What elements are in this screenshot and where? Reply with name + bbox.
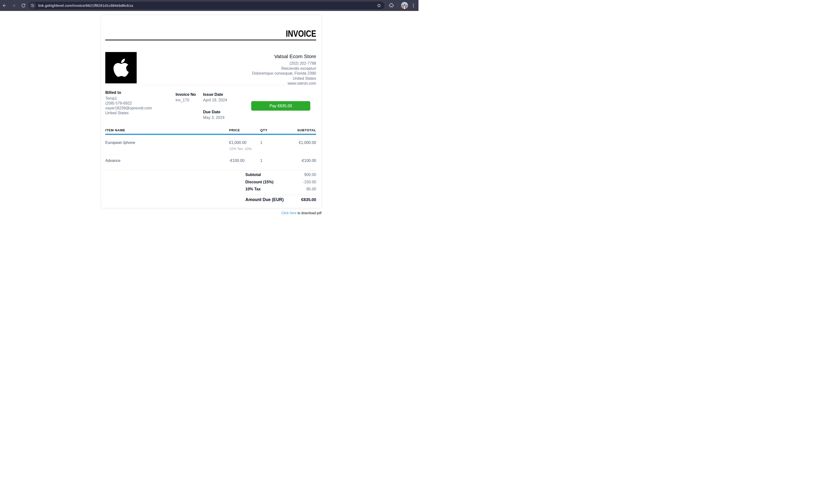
invoice-number-value: inv_170 — [176, 98, 196, 102]
company-address-line1: Reiciendis excepturi — [252, 66, 316, 71]
profile-avatar[interactable] — [401, 2, 408, 9]
header-price: PRICE — [229, 128, 240, 132]
url-bar[interactable]: link.gohighlevel.com/invoice/6621ff8281d… — [29, 2, 385, 9]
header-item-name: ITEM NAME — [105, 128, 125, 132]
table-header-rule — [105, 134, 316, 135]
download-pdf-line: Click here to download pdf — [281, 211, 321, 215]
billed-to-name: Temp1 — [105, 96, 152, 101]
due-date-value: May 3, 2024 — [203, 115, 225, 120]
download-pdf-text: to download pdf — [297, 211, 321, 215]
avatar-photo — [401, 2, 408, 9]
company-name: Vatsal Ecom Store — [252, 53, 316, 59]
discount-value: -150.00 — [303, 180, 316, 184]
company-website: www.vatron.com — [252, 81, 316, 86]
star-icon — [377, 3, 381, 8]
issue-date-label: Issue Date — [203, 92, 227, 97]
issue-date-value: April 19, 2024 — [203, 98, 227, 102]
subtotal-value: 900.00 — [304, 173, 316, 177]
browser-toolbar: link.gohighlevel.com/invoice/6621ff8281d… — [0, 0, 418, 11]
issue-date-block: Issue Date April 19, 2024 — [203, 92, 227, 102]
back-arrow-icon — [2, 3, 7, 8]
totals-row: Subtotal 900.00 — [245, 173, 316, 177]
tax-value: 85.00 — [306, 187, 316, 191]
table-bottom-divider — [105, 170, 316, 171]
totals-block: Subtotal 900.00 Discount (15%) -150.00 1… — [245, 173, 316, 205]
item-subtotal: -€100.00 — [301, 159, 316, 163]
invoice-number-block: Invoice No inv_170 — [176, 92, 196, 102]
puzzle-icon — [389, 3, 394, 8]
back-button[interactable] — [0, 2, 8, 9]
download-pdf-link[interactable]: Click here — [281, 211, 297, 215]
site-settings-button[interactable] — [30, 2, 36, 9]
totals-row: 10% Tax 85.00 — [245, 187, 316, 191]
section-divider — [105, 85, 316, 85]
billed-to-block: Billed to Temp1 (208) 579-6922 vayer1823… — [105, 90, 152, 115]
reload-icon — [21, 3, 26, 8]
browser-window: link.gohighlevel.com/invoice/6621ff8281d… — [0, 0, 418, 252]
billed-to-country: United States — [105, 111, 152, 115]
billed-to-email: vayer18239@oprevolt.com — [105, 106, 152, 111]
company-logo — [105, 52, 137, 84]
item-price: €1,000.00 — [229, 141, 246, 145]
pay-button[interactable]: Pay €835.00 — [251, 101, 310, 111]
company-info: Vatsal Ecom Store (202) 202-7788 Reicien… — [252, 53, 316, 86]
item-subtotal: €1,000.00 — [299, 141, 316, 145]
item-qty: 1 — [260, 159, 262, 163]
company-phone: (202) 202-7788 — [252, 61, 316, 66]
amount-due-row: Amount Due (EUR) €835.00 — [245, 197, 316, 202]
item-qty: 1 — [260, 141, 262, 145]
due-date-block: Due Date May 3, 2024 — [203, 110, 225, 120]
bookmark-button[interactable] — [376, 2, 382, 8]
item-name: European Iphone — [105, 141, 135, 145]
item-name: Advance — [105, 159, 120, 163]
due-date-label: Due Date — [203, 110, 225, 114]
title-rule — [105, 40, 316, 40]
discount-label: Discount (15%) — [245, 180, 273, 184]
three-dot-menu-icon — [411, 3, 416, 8]
amount-due-label: Amount Due (EUR) — [245, 197, 284, 202]
forward-button[interactable] — [10, 2, 18, 9]
amount-due-value: €835.00 — [301, 197, 316, 202]
billed-to-label: Billed to — [105, 90, 152, 95]
subtotal-label: Subtotal — [245, 173, 261, 177]
invoice-title: INVOICE — [286, 29, 316, 39]
reload-button[interactable] — [19, 2, 27, 9]
company-address-line2: Doloremque consequat, Florida 2390 — [252, 71, 316, 76]
header-qty: QTY — [260, 128, 267, 132]
forward-arrow-icon — [12, 3, 16, 8]
billed-to-phone: (208) 579-6922 — [105, 101, 152, 106]
item-tax-note: 10% Tax: 10% — [229, 147, 251, 151]
url-text: link.gohighlevel.com/invoice/6621ff8281d… — [38, 2, 133, 9]
invoice-card: INVOICE Vatsal Ecom Store (202) 202-7788… — [101, 15, 321, 208]
item-price: -€100.00 — [229, 159, 244, 163]
header-subtotal: SUBTOTAL — [297, 128, 316, 132]
apple-logo-icon — [113, 57, 129, 78]
menu-button[interactable] — [410, 2, 417, 9]
extensions-button[interactable] — [388, 2, 395, 9]
totals-row: Discount (15%) -150.00 — [245, 180, 316, 184]
tax-label: 10% Tax — [245, 187, 261, 191]
amount-due-divider — [245, 195, 316, 195]
company-country: United States — [252, 76, 316, 81]
invoice-number-label: Invoice No — [176, 92, 196, 97]
items-table-header: ITEM NAME PRICE QTY SUBTOTAL — [101, 128, 321, 133]
tune-icon — [31, 4, 35, 7]
